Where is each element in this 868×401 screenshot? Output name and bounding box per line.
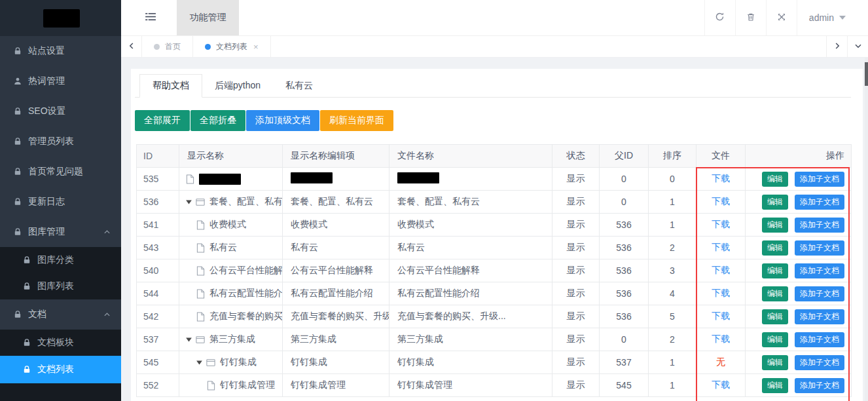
- edit-button[interactable]: 编辑: [762, 218, 788, 233]
- content-tab-1[interactable]: 后端python: [202, 74, 273, 98]
- cell-sort: 5: [649, 305, 696, 328]
- sidebar-item-site-settings[interactable]: 站点设置: [0, 36, 121, 66]
- table-row: 541收费模式收费模式收费模式显示5361下载编辑添加子文档: [137, 214, 852, 237]
- sidebar-item-label: SEO设置: [28, 105, 66, 117]
- cell-status: 显示: [552, 305, 600, 328]
- sidebar-item-gallery-list[interactable]: 图库列表: [0, 273, 121, 299]
- edit-button[interactable]: 编辑: [762, 332, 788, 347]
- add-child-doc-button[interactable]: 添加子文档: [795, 309, 844, 324]
- cell-display-name: 充值与套餐的购买...: [179, 305, 283, 328]
- edit-button[interactable]: 编辑: [762, 172, 788, 187]
- add-child-doc-button[interactable]: 添加子文档: [795, 263, 844, 278]
- edit-button[interactable]: 编辑: [762, 263, 788, 278]
- download-link[interactable]: 下载: [712, 334, 730, 344]
- cell-edit-name: 钉钉集成: [283, 351, 389, 374]
- clear-cache-button[interactable]: [735, 0, 766, 35]
- sidebar-item-seo-settings[interactable]: SEO设置: [0, 96, 121, 126]
- sidebar-item-changelog[interactable]: 更新日志: [0, 187, 121, 217]
- edit-button[interactable]: 编辑: [762, 195, 788, 210]
- column-header-6: 排序: [649, 145, 696, 168]
- cell-status: 显示: [552, 374, 600, 397]
- cell-sort: 2: [649, 328, 696, 351]
- refresh-view-button[interactable]: 刷新当前界面: [320, 110, 393, 131]
- sidebar-item-admin-list[interactable]: 管理员列表: [0, 126, 121, 157]
- tab-status-dot: [154, 44, 160, 50]
- table-row: 536套餐、配置、私有云套餐、配置、私有云套餐、配置、私有云显示01下载编辑添加…: [137, 191, 852, 214]
- cell-file-name: 钉钉集成: [389, 351, 552, 374]
- download-link[interactable]: 下载: [712, 173, 730, 183]
- edit-button[interactable]: 编辑: [762, 378, 788, 393]
- table-row: 545钉钉集成钉钉集成钉钉集成显示5371无编辑添加子文档: [137, 351, 852, 374]
- cell-id: 540: [137, 259, 179, 282]
- download-link[interactable]: 下载: [712, 265, 730, 275]
- tag-tab-1[interactable]: 文档列表×: [193, 36, 271, 57]
- edit-button[interactable]: 编辑: [762, 286, 788, 301]
- chevron-up-icon: [103, 311, 111, 318]
- tags-menu-button[interactable]: [847, 36, 868, 57]
- add-top-doc-button[interactable]: 添加顶级文档: [246, 110, 319, 131]
- download-link[interactable]: 下载: [712, 379, 730, 390]
- sidebar-item-gallery[interactable]: 图库管理: [0, 217, 121, 247]
- download-link[interactable]: 下载: [712, 196, 730, 206]
- add-child-doc-button[interactable]: 添加子文档: [795, 172, 844, 187]
- add-child-doc-button[interactable]: 添加子文档: [795, 286, 844, 301]
- doc-name: 钉钉集成: [220, 356, 257, 368]
- sidebar-item-hot-words[interactable]: 热词管理: [0, 66, 121, 96]
- column-header-5: 父ID: [600, 145, 649, 168]
- scrollbar-track[interactable]: [865, 58, 868, 401]
- sidebar-item-gallery-category[interactable]: 图库分类: [0, 247, 121, 273]
- chevron-up-icon: [103, 229, 111, 236]
- tab-status-dot: [205, 44, 211, 50]
- collapse-all-button[interactable]: 全部折叠: [190, 110, 245, 131]
- cell-file-name: 私有云: [389, 237, 552, 259]
- add-child-doc-button[interactable]: 添加子文档: [795, 378, 844, 393]
- menu-indent-icon: [145, 12, 156, 23]
- redacted-text: [397, 172, 439, 183]
- add-child-doc-button[interactable]: 添加子文档: [795, 195, 844, 210]
- edit-button[interactable]: 编辑: [762, 240, 788, 256]
- cell-parent-id: 0: [600, 328, 649, 351]
- collapse-toggle-icon[interactable]: [186, 337, 192, 342]
- refresh-button[interactable]: [704, 0, 735, 35]
- cell-sort: 2: [649, 237, 696, 259]
- add-child-doc-button[interactable]: 添加子文档: [795, 240, 844, 256]
- expand-all-button[interactable]: 全部展开: [135, 110, 190, 131]
- cell-edit-name: 套餐、配置、私有云: [283, 191, 389, 214]
- user-menu[interactable]: admin: [797, 0, 868, 35]
- cell-file-name: [389, 168, 552, 191]
- sidebar-item-doc-list[interactable]: 文档列表: [0, 356, 121, 383]
- tags-scroll-right-button[interactable]: [826, 36, 847, 57]
- module-tab-feature-management[interactable]: 功能管理: [177, 0, 239, 35]
- close-icon[interactable]: ×: [253, 42, 259, 52]
- column-header-4: 状态: [552, 145, 600, 168]
- content-tab-0[interactable]: 帮助文档: [139, 74, 202, 98]
- scrollbar-thumb[interactable]: [865, 62, 868, 86]
- doc-name: 第三方集成: [209, 334, 255, 345]
- cell-id: 537: [137, 328, 179, 351]
- sidebar-item-homepage-faq[interactable]: 首页常见问题: [0, 157, 121, 187]
- collapse-toggle-icon[interactable]: [196, 360, 202, 365]
- add-child-doc-button[interactable]: 添加子文档: [795, 332, 844, 347]
- sidebar-item-docs[interactable]: 文档: [0, 299, 121, 330]
- download-link[interactable]: 下载: [712, 242, 730, 252]
- download-link[interactable]: 下载: [712, 288, 730, 298]
- add-child-doc-button[interactable]: 添加子文档: [795, 218, 844, 233]
- download-link[interactable]: 下载: [712, 219, 730, 229]
- cell-file-name: 公有云平台性能解释: [389, 259, 552, 282]
- sidebar-item-doc-board[interactable]: 文档板块: [0, 330, 121, 356]
- cell-file: 下载: [696, 214, 746, 237]
- cell-id: 545: [137, 351, 179, 374]
- caret-down-icon: [839, 16, 846, 20]
- tag-tab-0[interactable]: 首页: [142, 36, 193, 57]
- collapse-sidebar-button[interactable]: [121, 0, 177, 35]
- tags-scroll-left-button[interactable]: [121, 36, 142, 57]
- refresh-icon: [715, 12, 725, 24]
- add-child-doc-button[interactable]: 添加子文档: [795, 355, 844, 370]
- download-link[interactable]: 下载: [712, 311, 730, 321]
- content-tab-2[interactable]: 私有云: [273, 74, 325, 98]
- edit-button[interactable]: 编辑: [762, 355, 788, 370]
- collapse-toggle-icon[interactable]: [186, 200, 192, 204]
- fullscreen-button[interactable]: [766, 0, 797, 35]
- cell-edit-name: 收费模式: [283, 214, 389, 237]
- edit-button[interactable]: 编辑: [762, 309, 788, 324]
